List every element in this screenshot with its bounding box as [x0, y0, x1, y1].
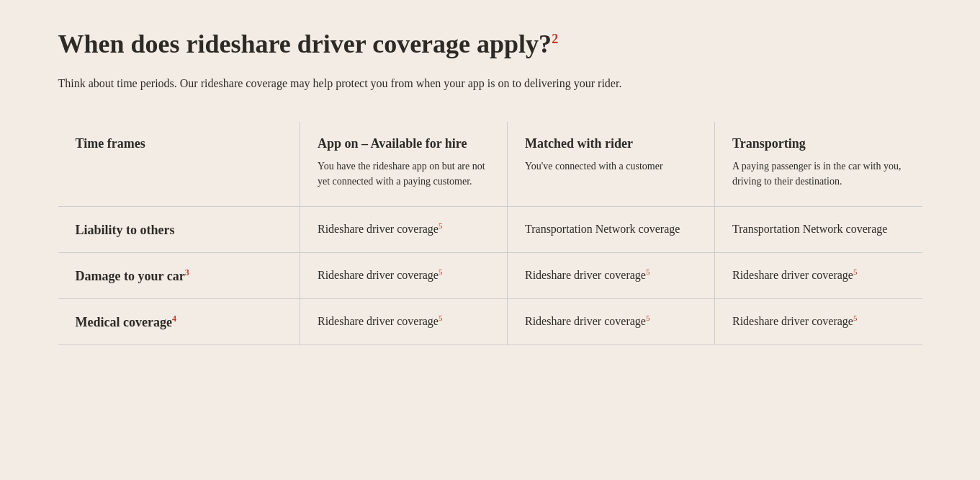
table-row: Damage to your car3 Rideshare driver cov…	[58, 252, 922, 298]
row-cell-liability-transporting: Transportation Network coverage	[715, 206, 922, 252]
table-row: Liability to others Rideshare driver cov…	[58, 206, 922, 252]
row-cell-medical-app: Rideshare driver coverage5	[300, 298, 508, 345]
page-title: When does rideshare driver coverage appl…	[58, 29, 922, 60]
title-text: When does rideshare driver coverage appl…	[58, 30, 552, 58]
row-cell-damage-app: Rideshare driver coverage5	[300, 252, 508, 298]
col-header-app-on-sub: You have the rideshare app on but are no…	[318, 159, 490, 189]
col-header-transporting-sub: A paying passenger is in the car with yo…	[732, 159, 905, 189]
row-label-damage: Damage to your car3	[58, 252, 300, 298]
row-cell-liability-matched: Transportation Network coverage	[508, 206, 715, 252]
title-superscript: 2	[552, 32, 558, 46]
col-header-matched: Matched with rider You've connected with…	[508, 122, 715, 207]
row-cell-medical-transporting: Rideshare driver coverage5	[715, 298, 922, 345]
col-header-transporting: Transporting A paying passenger is in th…	[715, 122, 922, 207]
table-header-row: Time frames App on – Available for hire …	[58, 122, 922, 207]
table-row: Medical coverage4 Rideshare driver cover…	[58, 298, 922, 345]
col-header-timeframes: Time frames	[58, 122, 300, 207]
row-label-liability: Liability to others	[58, 206, 300, 252]
col-header-app-on: App on – Available for hire You have the…	[300, 122, 508, 207]
col-header-matched-sub: You've connected with a customer	[525, 159, 697, 174]
coverage-table: Time frames App on – Available for hire …	[58, 122, 922, 345]
row-cell-damage-matched: Rideshare driver coverage5	[508, 252, 715, 298]
row-label-medical: Medical coverage4	[58, 298, 300, 345]
page-container: When does rideshare driver coverage appl…	[58, 29, 922, 345]
subtitle-text: Think about time periods. Our rideshare …	[58, 74, 706, 93]
row-cell-damage-transporting: Rideshare driver coverage5	[715, 252, 922, 298]
row-cell-liability-app: Rideshare driver coverage5	[300, 206, 508, 252]
row-cell-medical-matched: Rideshare driver coverage5	[508, 298, 715, 345]
